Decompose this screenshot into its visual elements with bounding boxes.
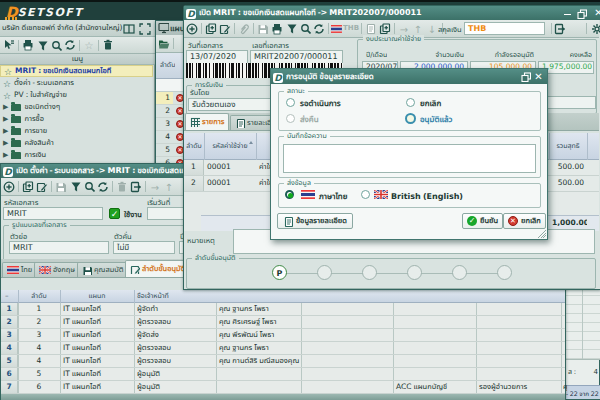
close-button[interactable]: ✕	[533, 72, 544, 82]
workflow-step[interactable]	[362, 265, 377, 280]
search-icon[interactable]	[49, 38, 63, 52]
trash-icon[interactable]	[101, 38, 115, 52]
sidebar-folder-sales[interactable]: ▶การขาย	[0, 125, 153, 137]
new-icon[interactable]	[185, 22, 199, 36]
dialog-note-textarea[interactable]	[283, 144, 536, 173]
radio-cancel[interactable]	[406, 98, 415, 107]
workflow-step[interactable]	[317, 265, 332, 280]
tab-english[interactable]: อังกฤษ	[34, 262, 80, 277]
trash-icon[interactable]	[115, 180, 129, 194]
tab-approval-hierarchy[interactable]: ลำดับขั้นอนุมัติ	[125, 260, 190, 277]
copy-icon[interactable]	[204, 22, 218, 36]
refresh-icon[interactable]	[96, 180, 110, 194]
refresh-icon[interactable]	[312, 22, 326, 36]
attachment-icon[interactable]	[237, 22, 251, 36]
edit-icon[interactable]	[35, 180, 49, 194]
sidebar-item-mrit[interactable]: ☆MRIT : ขอเบิกเงินสดแผนกไอที	[0, 65, 153, 77]
filter-icon[interactable]	[284, 22, 298, 36]
plan-record-navigator[interactable]: - 22 จาก 22	[566, 385, 600, 399]
restore-button[interactable]	[576, 8, 587, 18]
toolbar-separator	[173, 38, 174, 49]
workflow-step[interactable]	[452, 265, 467, 280]
approval-row[interactable]: 2 2 IT แผนกไอที ผู้ตรวจสอบ คุณ ศิรเศรษฐ์…	[1, 316, 565, 329]
filter-icon[interactable]	[35, 38, 49, 52]
filter-icon[interactable]	[68, 180, 82, 194]
radio-return[interactable]	[286, 114, 295, 123]
workflow-step-approved[interactable]: P	[272, 265, 287, 280]
expand-icon[interactable]	[138, 22, 152, 36]
confirm-button[interactable]: ✓ ยืนยัน	[462, 213, 503, 229]
detail-button[interactable]: ข้อมูลรายละเอียด	[277, 213, 353, 229]
approval-row[interactable]: 1 1 IT แผนกไอที ผู้จัดทำ คุณ ฐานกร โพธา	[1, 303, 565, 316]
copy-icon[interactable]	[21, 180, 35, 194]
minimize-button[interactable]	[562, 8, 573, 18]
duplicate-icon[interactable]	[378, 22, 392, 36]
edit-icon[interactable]	[218, 22, 232, 36]
abbr-field[interactable]: MRIT	[9, 241, 109, 254]
close-button[interactable]: ✕	[593, 8, 600, 18]
search-icon[interactable]	[298, 22, 312, 36]
clipboard-icon[interactable]	[364, 22, 378, 36]
resize-grip[interactable]	[538, 230, 546, 238]
radio-english[interactable]	[361, 190, 370, 199]
tab-items[interactable]: รายการ	[185, 113, 229, 130]
receive-by-field[interactable]: รับด้วยตนเอง	[188, 98, 276, 111]
expand-arrow-icon[interactable]: ▶	[3, 103, 8, 112]
approval-row[interactable]: 6 5 IT แผนกไอที ผู้อนุมัติ	[1, 368, 565, 381]
expand-arrow-icon[interactable]: ▶	[3, 139, 8, 148]
folder-open-icon[interactable]	[157, 37, 171, 51]
expand-arrow-icon[interactable]: ▶	[3, 151, 8, 160]
doc-no-field[interactable]: MRIT202007/000011	[250, 50, 343, 64]
sidebar-folder-purchasing[interactable]: ▶การซื้อ	[0, 113, 153, 125]
next-icon[interactable]: →	[397, 22, 411, 36]
down-icon[interactable]: ↓	[425, 22, 439, 36]
sidebar-folder-finance[interactable]: ▶การเงิน	[0, 149, 153, 161]
radio-thai[interactable]	[285, 190, 294, 199]
radio-pending[interactable]	[286, 98, 295, 107]
approval-row[interactable]: 7 6 IT แผนกไอที ผู้อนุมัติ ACC แผนกบัญชี…	[1, 381, 565, 394]
new-icon[interactable]	[2, 180, 16, 194]
cancel-x-icon: ✕	[508, 216, 518, 226]
dialog-titlebar[interactable]: Dการอนุมัติ ข้อมูลรายละเอียด ✕	[271, 69, 547, 84]
print-icon[interactable]	[270, 22, 284, 36]
export-icon[interactable]	[553, 22, 567, 36]
tab-properties[interactable]: คุณสมบัติ	[77, 262, 129, 277]
active-checkbox[interactable]: ✓	[109, 208, 120, 219]
save-icon[interactable]	[54, 180, 68, 194]
doc-code-field[interactable]: MRIT	[3, 207, 103, 220]
radio-approved[interactable]	[405, 113, 416, 124]
approval-row[interactable]: 3 3 IT แผนกไอที ผู้จัดส่ง คุณ พีรพัฒน์ โ…	[1, 329, 565, 342]
sort-asc-icon[interactable]	[249, 141, 253, 144]
doc-date-field[interactable]: 13/07/2020	[186, 50, 248, 64]
approval-row[interactable]: 5 4 IT แผนกไอที ผู้ตรวจสอบ คุณ กานต์สิริ…	[1, 355, 565, 368]
settings-bottom-scrollbar[interactable]	[1, 394, 565, 400]
approval-row[interactable]: 4 4 IT แผนกไอที ผู้ตรวจสอบ คุณ ฐานกร โพธ…	[1, 342, 565, 355]
currency-input[interactable]: THB	[464, 22, 545, 35]
up-icon[interactable]: ↑	[162, 180, 176, 194]
restore-button[interactable]	[520, 72, 531, 82]
separator-field[interactable]: ไม่มี	[113, 241, 175, 254]
sidebar-folder-requests[interactable]: ▶ขอเบิกต่างๆ	[0, 101, 153, 113]
sidebar-item-pv[interactable]: ☆PV : ใบสำคัญจ่าย	[0, 89, 153, 101]
expand-arrow-icon[interactable]: ▶	[3, 127, 8, 136]
next-icon[interactable]: →	[148, 180, 162, 194]
thai-baht-icon[interactable]: THB	[331, 22, 359, 36]
mrit-window-titlebar[interactable]: Dเปิด MRIT : ขอเบิกเงินสดแผนกไอที -> MRI…	[184, 6, 600, 20]
split-window-icon[interactable]	[122, 22, 136, 36]
expand-arrow-icon[interactable]: ▶	[3, 115, 8, 124]
up-icon[interactable]: ↑	[411, 22, 425, 36]
sidebar-folder-inventory[interactable]: ▶คลังสินค้า	[0, 137, 153, 149]
favorite-icon[interactable]: ☆	[82, 38, 96, 52]
sidebar-item-settings[interactable]: ☆ตั้งค่า - ระบบเอกสาร	[0, 77, 153, 89]
pointer-menu-icon[interactable]	[2, 38, 16, 52]
refresh-icon[interactable]	[63, 38, 77, 52]
save-icon[interactable]	[256, 22, 270, 36]
cancel-button[interactable]: ✕ ยกเลิก	[503, 213, 546, 229]
search-icon[interactable]	[82, 180, 96, 194]
print-icon[interactable]	[21, 38, 35, 52]
workflow-step[interactable]	[407, 265, 422, 280]
workflow-step[interactable]	[497, 265, 512, 280]
export-icon[interactable]	[129, 180, 143, 194]
gear-icon[interactable]	[590, 22, 600, 36]
tab-thai[interactable]: ไทย	[2, 262, 37, 277]
